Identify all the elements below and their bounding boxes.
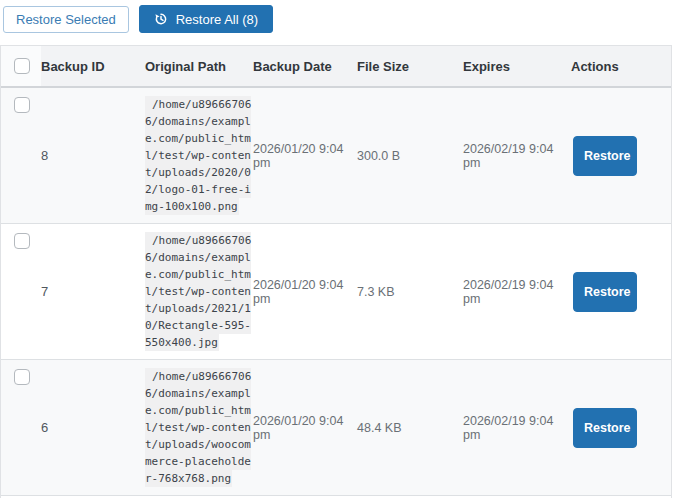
- backup-path: /home/u896667066/domains/example.com/pub…: [145, 368, 251, 487]
- actions-cell: Restore: [571, 87, 671, 224]
- original-path-cell: /home/u896667066/domains/example.com/pub…: [145, 360, 253, 496]
- restore-selected-button[interactable]: Restore Selected: [3, 6, 129, 33]
- table-row: 7 /home/u896667066/domains/example.com/p…: [1, 224, 671, 360]
- file-size-cell: 7.3 KB: [357, 224, 463, 360]
- table-row: 6 /home/u896667066/domains/example.com/p…: [1, 360, 671, 496]
- file-size-cell: 48.4 KB: [357, 360, 463, 496]
- column-header-expires: Expires: [463, 46, 571, 87]
- table-row: 8 /home/u896667066/domains/example.com/p…: [1, 87, 671, 224]
- row-checkbox[interactable]: [14, 233, 30, 249]
- row-select-cell: [1, 87, 41, 224]
- backup-path: /home/u896667066/domains/example.com/pub…: [145, 232, 251, 351]
- backup-date-cell: 2026/01/20 9:04 pm: [253, 360, 357, 496]
- backups-table: Backup ID Original Path Backup Date File…: [1, 46, 671, 498]
- row-select-cell: [1, 224, 41, 360]
- backup-path: /home/u896667066/domains/example.com/pub…: [145, 96, 251, 215]
- backup-toolbar: Restore Selected Restore All (8): [3, 5, 680, 33]
- backup-id-cell: 7: [41, 224, 145, 360]
- select-all-cell: [1, 46, 41, 87]
- column-header-file-size: File Size: [357, 46, 463, 87]
- backups-table-container: Backup ID Original Path Backup Date File…: [0, 45, 672, 498]
- expires-cell: 2026/02/19 9:04 pm: [463, 360, 571, 496]
- restore-all-label: Restore All (8): [176, 12, 258, 27]
- column-header-actions: Actions: [571, 46, 671, 87]
- backup-date-cell: 2026/01/20 9:04 pm: [253, 224, 357, 360]
- select-all-checkbox[interactable]: [14, 58, 30, 74]
- restore-row-button[interactable]: Restore: [573, 272, 637, 312]
- column-header-original-path: Original Path: [145, 46, 253, 87]
- actions-cell: Restore: [571, 360, 671, 496]
- restore-all-button[interactable]: Restore All (8): [139, 5, 273, 33]
- expires-cell: 2026/02/19 9:04 pm: [463, 224, 571, 360]
- backup-date-cell: 2026/01/20 9:04 pm: [253, 87, 357, 224]
- backup-id-cell: 6: [41, 360, 145, 496]
- original-path-cell: /home/u896667066/domains/example.com/pub…: [145, 224, 253, 360]
- actions-cell: Restore: [571, 224, 671, 360]
- clock-history-icon: [154, 12, 168, 26]
- row-select-cell: [1, 360, 41, 496]
- original-path-cell: /home/u896667066/domains/example.com/pub…: [145, 87, 253, 224]
- backup-id-cell: 8: [41, 87, 145, 224]
- file-size-cell: 300.0 B: [357, 87, 463, 224]
- row-checkbox[interactable]: [14, 97, 30, 113]
- restore-row-button[interactable]: Restore: [573, 136, 637, 176]
- column-header-backup-id: Backup ID: [41, 46, 145, 87]
- column-header-backup-date: Backup Date: [253, 46, 357, 87]
- row-checkbox[interactable]: [14, 369, 30, 385]
- table-header-row: Backup ID Original Path Backup Date File…: [1, 46, 671, 87]
- expires-cell: 2026/02/19 9:04 pm: [463, 87, 571, 224]
- restore-row-button[interactable]: Restore: [573, 408, 637, 448]
